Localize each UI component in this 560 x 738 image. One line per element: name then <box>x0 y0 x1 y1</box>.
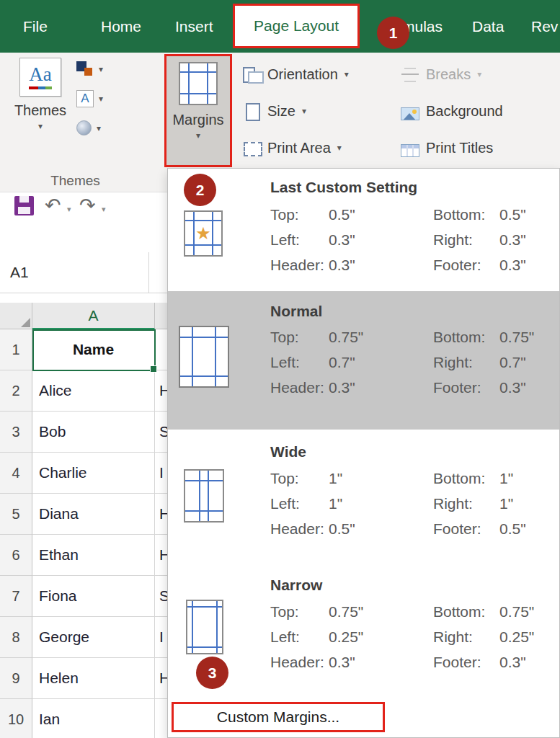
star-icon: ★ <box>185 212 221 255</box>
save-icon[interactable] <box>14 196 34 215</box>
row-header-3[interactable]: 3 <box>0 412 32 453</box>
margin-label: Bottom: <box>433 603 499 621</box>
cell-b5[interactable]: H <box>155 494 167 535</box>
chevron-down-icon[interactable]: ▾ <box>102 205 106 214</box>
chevron-down-icon: ▾ <box>97 124 101 133</box>
chevron-down-icon: ▾ <box>196 131 200 140</box>
size-button[interactable]: Size ▾ <box>242 100 306 122</box>
theme-fonts-button[interactable]: A ▾ <box>76 90 103 107</box>
cell-a6[interactable]: Ethan <box>32 535 155 576</box>
chevron-down-icon[interactable]: ▾ <box>67 205 71 214</box>
margin-label: Top: <box>270 603 329 621</box>
theme-effects-button[interactable]: ▾ <box>76 120 101 135</box>
margin-value: 0.3" <box>499 257 526 274</box>
row-header-4[interactable]: 4 <box>0 453 32 494</box>
table-row: 6 Ethan H <box>0 535 167 576</box>
select-all-triangle-icon <box>21 318 30 327</box>
themes-button[interactable]: Aa Themes ▾ <box>12 58 69 130</box>
themes-aa-glyph: Aa <box>29 65 51 84</box>
cell-b4[interactable]: I <box>155 453 167 494</box>
name-box-value: A1 <box>10 264 29 281</box>
size-label: Size <box>267 103 295 120</box>
chevron-down-icon: ▾ <box>337 143 342 152</box>
cell-a9[interactable]: Helen <box>32 658 155 699</box>
print-titles-button[interactable]: Print Titles <box>401 137 493 159</box>
table-row: 1 Name <box>0 329 167 370</box>
cell-a8[interactable]: George <box>32 617 155 658</box>
theme-colors-button[interactable]: ▾ <box>76 61 103 77</box>
margins-button[interactable]: Margins ▾ <box>164 54 232 167</box>
cell-a1[interactable]: Name <box>32 329 155 370</box>
cell-b2[interactable]: H <box>155 370 167 412</box>
cell-b3[interactable]: S <box>155 412 167 453</box>
cell-b9[interactable]: H <box>155 658 167 699</box>
row-header-9[interactable]: 9 <box>0 658 32 699</box>
wide-margins-icon <box>184 469 224 523</box>
margin-values-line: Top: 0.75" Bottom: 0.75" <box>270 603 534 621</box>
margin-label: Bottom: <box>433 206 499 223</box>
undo-icon[interactable]: ↶ <box>45 196 61 215</box>
tab-page-layout[interactable]: Page Layout <box>233 4 360 48</box>
cell-a10[interactable]: Ian <box>32 699 155 738</box>
callout-step-3: 3 <box>196 657 228 689</box>
margins-option-narrow[interactable]: Narrow Top: 0.75" Bottom: 0.75" Left: 0.… <box>168 571 559 702</box>
column-a-header[interactable]: A <box>32 303 155 329</box>
row-header-8[interactable]: 8 <box>0 617 32 658</box>
orientation-button[interactable]: Orientation ▾ <box>242 63 349 85</box>
cell-b8[interactable]: I <box>155 617 167 658</box>
cell-b7[interactable]: S <box>155 576 167 617</box>
tab-home[interactable]: Home <box>101 0 141 53</box>
row-header-6[interactable]: 6 <box>0 535 32 576</box>
print-area-icon <box>242 138 261 157</box>
page-size-icon <box>242 102 261 120</box>
margin-value: 1" <box>329 495 433 512</box>
background-icon <box>401 107 419 120</box>
margin-value: 0.3" <box>329 654 433 671</box>
print-area-button[interactable]: Print Area ▾ <box>242 137 342 159</box>
margin-value: 0.25" <box>329 628 433 646</box>
cell-a3[interactable]: Bob <box>32 412 155 453</box>
tab-file[interactable]: File <box>23 0 48 53</box>
breaks-label: Breaks <box>426 66 471 83</box>
option-title: Last Custom Setting <box>270 179 417 196</box>
margin-value: 0.25" <box>499 628 534 646</box>
cell-b10[interactable] <box>155 699 167 738</box>
orientation-label: Orientation <box>267 66 338 83</box>
chevron-down-icon: ▾ <box>99 65 103 74</box>
cell-a7[interactable]: Fiona <box>32 576 155 617</box>
margin-value: 0.75" <box>329 329 433 346</box>
margin-value: 1" <box>329 470 433 487</box>
cell-a4[interactable]: Charlie <box>32 453 155 494</box>
themes-underline-bar <box>29 86 52 89</box>
tab-insert[interactable]: Insert <box>175 0 213 53</box>
column-b-header[interactable] <box>155 303 167 329</box>
custom-margins-item[interactable]: Custom Margins... <box>172 702 385 732</box>
chevron-down-icon: ▾ <box>302 107 306 115</box>
option-title: Normal <box>270 303 322 320</box>
tab-data[interactable]: Data <box>472 0 504 53</box>
margin-label: Footer: <box>433 379 499 396</box>
margins-option-wide[interactable]: Wide Top: 1" Bottom: 1" Left: 1" Right: … <box>168 437 559 569</box>
margins-option-last-custom-setting[interactable]: ★ Last Custom Setting Top: 0.5" Bottom: … <box>168 174 559 290</box>
cell-b1[interactable] <box>155 329 167 370</box>
row-header-5[interactable]: 5 <box>0 494 32 535</box>
row-header-7[interactable]: 7 <box>0 576 32 617</box>
tab-review[interactable]: Rev <box>531 0 558 53</box>
chevron-down-icon: ▾ <box>99 94 103 103</box>
margins-button-label: Margins <box>172 112 223 128</box>
cell-a5[interactable]: Diana <box>32 494 155 535</box>
table-row: 9 Helen H <box>0 658 167 699</box>
row-header-2[interactable]: 2 <box>0 370 32 412</box>
cell-b6[interactable]: H <box>155 535 167 576</box>
redo-icon[interactable]: ↷ <box>79 196 96 215</box>
name-box-divider <box>148 252 149 293</box>
cell-a2[interactable]: Alice <box>32 370 155 412</box>
name-box[interactable]: A1 <box>0 252 167 293</box>
margin-values-line: Header: 0.3" Footer: 0.3" <box>270 257 526 274</box>
background-button[interactable]: Background <box>401 100 503 122</box>
row-header-10[interactable]: 10 <box>0 699 32 738</box>
margins-option-normal[interactable]: Normal Top: 0.75" Bottom: 0.75" Left: 0.… <box>168 291 559 430</box>
select-all-corner[interactable] <box>0 303 32 329</box>
callout-step-2: 2 <box>184 174 216 206</box>
row-header-1[interactable]: 1 <box>0 329 32 370</box>
